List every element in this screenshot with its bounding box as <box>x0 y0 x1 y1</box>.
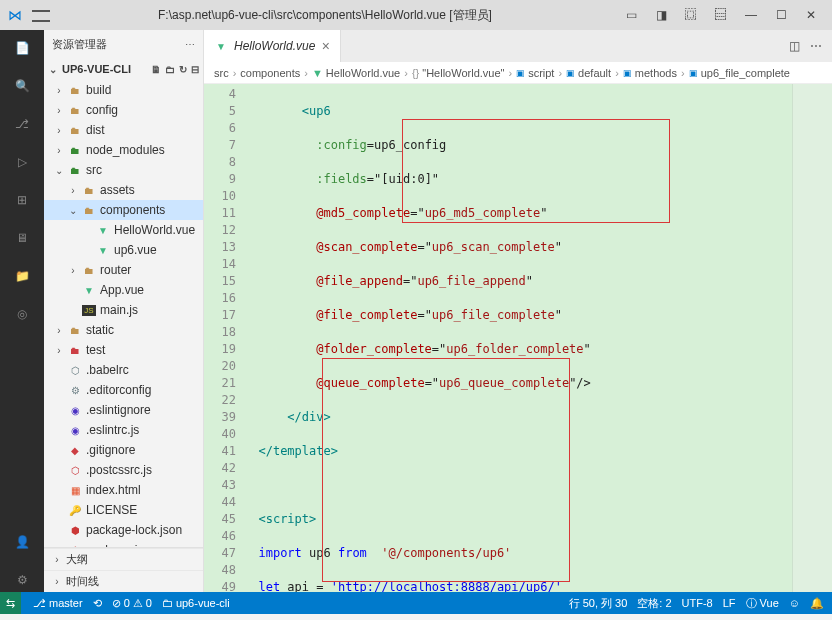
account-icon[interactable]: 👤 <box>10 530 34 554</box>
tree-item[interactable]: ›🖿node_modules <box>44 140 203 160</box>
breadcrumb[interactable]: src› components› ▼HelloWorld.vue› {}"Hel… <box>204 62 832 84</box>
sidebar-title: 资源管理器 <box>52 37 107 52</box>
feedback-icon[interactable]: ☺ <box>789 597 800 609</box>
remote-indicator[interactable]: ⇆ <box>0 592 21 614</box>
split-icon[interactable]: ◫ <box>789 39 800 53</box>
tree-item[interactable]: ⌄🖿src <box>44 160 203 180</box>
extensions-icon[interactable]: ⊞ <box>10 188 34 212</box>
tree-item[interactable]: ▦index.html <box>44 480 203 500</box>
layout-icon-2[interactable]: ◨ <box>648 4 674 26</box>
debug-icon[interactable]: ▷ <box>10 150 34 174</box>
code-editor[interactable]: 4567891011121314151617181920212239404142… <box>204 84 832 592</box>
more-icon[interactable]: ⋯ <box>810 39 822 53</box>
tree-item[interactable]: ⬢package.json <box>44 540 203 547</box>
sync-icon[interactable]: ⟲ <box>93 597 102 610</box>
tree-item[interactable]: JSmain.js <box>44 300 203 320</box>
titlebar: ⋈ F:\asp.net\up6-vue-cli\src\components\… <box>0 0 832 30</box>
editor-area: ▼ HelloWorld.vue × ◫ ⋯ src› components› … <box>204 30 832 592</box>
tree-item[interactable]: 🔑LICENSE <box>44 500 203 520</box>
tree-item[interactable]: ▼HelloWorld.vue <box>44 220 203 240</box>
collapse-icon[interactable]: ⊟ <box>191 64 199 75</box>
tab-helloworld[interactable]: ▼ HelloWorld.vue × <box>204 30 341 62</box>
maximize-icon[interactable]: ☐ <box>768 4 794 26</box>
tree-item[interactable]: ›🖿assets <box>44 180 203 200</box>
tree-item[interactable]: ◉.eslintignore <box>44 400 203 420</box>
vue-icon: ▼ <box>214 41 228 52</box>
minimap[interactable] <box>792 84 832 592</box>
close-icon[interactable]: ✕ <box>798 4 824 26</box>
layout-icon-1[interactable]: ▭ <box>618 4 644 26</box>
sidebar-more-icon[interactable]: ⋯ <box>185 39 195 50</box>
new-file-icon[interactable]: 🗎 <box>151 64 161 75</box>
code-content[interactable]: <up6 :config=up6_config :fields="[uid:0]… <box>244 84 792 592</box>
tree-item[interactable]: ⬡.postcssrc.js <box>44 460 203 480</box>
problems[interactable]: ⊘ 0 ⚠ 0 <box>112 597 152 610</box>
tree-item[interactable]: ›🖿test <box>44 340 203 360</box>
explorer-icon[interactable]: 📄 <box>10 36 34 60</box>
new-folder-icon[interactable]: 🗀 <box>165 64 175 75</box>
layout-icon-4[interactable]: ⿳ <box>708 4 734 26</box>
project-header[interactable]: ⌄ UP6-VUE-CLI 🗎 🗀 ↻ ⊟ <box>44 58 203 80</box>
encoding[interactable]: UTF-8 <box>682 597 713 609</box>
tree-item[interactable]: ⬢package-lock.json <box>44 520 203 540</box>
tree-item[interactable]: ◉.eslintrc.js <box>44 420 203 440</box>
cursor-position[interactable]: 行 50, 列 30 <box>569 596 628 611</box>
activity-bar: 📄 🔍 ⎇ ▷ ⊞ 🖥 📁 ◎ 👤 ⚙ <box>0 30 44 592</box>
tree-item[interactable]: ›🖿build <box>44 80 203 100</box>
folder-name[interactable]: 🗀 up6-vue-cli <box>162 597 230 609</box>
tab-label: HelloWorld.vue <box>234 39 315 53</box>
search-icon[interactable]: 🔍 <box>10 74 34 98</box>
tree-item[interactable]: ▼App.vue <box>44 280 203 300</box>
tree-item[interactable]: ▼up6.vue <box>44 240 203 260</box>
refresh-icon[interactable]: ↻ <box>179 64 187 75</box>
indentation[interactable]: 空格: 2 <box>637 596 671 611</box>
vscode-logo-icon: ⋈ <box>8 7 22 23</box>
layout-icon-3[interactable]: ⿴ <box>678 4 704 26</box>
tree-item[interactable]: ›🖿router <box>44 260 203 280</box>
sidebar: 资源管理器 ⋯ ⌄ UP6-VUE-CLI 🗎 🗀 ↻ ⊟ ›🖿build ›🖿… <box>44 30 204 592</box>
tree-item[interactable]: ◆.gitignore <box>44 440 203 460</box>
tree-item[interactable]: ›🖿config <box>44 100 203 120</box>
notifications-icon[interactable]: 🔔 <box>810 597 824 610</box>
remote-icon[interactable]: 🖥 <box>10 226 34 250</box>
tabs: ▼ HelloWorld.vue × ◫ ⋯ <box>204 30 832 62</box>
tree-item[interactable]: ›🖿static <box>44 320 203 340</box>
language-mode[interactable]: ⓘ Vue <box>746 596 779 611</box>
tab-close-icon[interactable]: × <box>321 38 329 54</box>
eol[interactable]: LF <box>723 597 736 609</box>
folder-icon[interactable]: 📁 <box>10 264 34 288</box>
project-name: UP6-VUE-CLI <box>62 63 131 75</box>
line-numbers: 4567891011121314151617181920212239404142… <box>204 84 244 592</box>
tree-item[interactable]: ⬡.babelrc <box>44 360 203 380</box>
window-title: F:\asp.net\up6-vue-cli\src\components\He… <box>32 7 618 24</box>
minimize-icon[interactable]: — <box>738 4 764 26</box>
tree-item[interactable]: ›🖿dist <box>44 120 203 140</box>
git-branch[interactable]: ⎇ master <box>33 597 83 610</box>
timeline-section[interactable]: ›时间线 <box>44 570 203 592</box>
settings-icon[interactable]: ⚙ <box>10 568 34 592</box>
db-icon[interactable]: ◎ <box>10 302 34 326</box>
outline-section[interactable]: ›大纲 <box>44 548 203 570</box>
statusbar: ⇆ ⎇ master ⟲ ⊘ 0 ⚠ 0 🗀 up6-vue-cli 行 50,… <box>0 592 832 614</box>
file-tree: ›🖿build ›🖿config ›🖿dist ›🖿node_modules ⌄… <box>44 80 203 547</box>
tree-item[interactable]: ⌄🖿components <box>44 200 203 220</box>
tree-item[interactable]: ⚙.editorconfig <box>44 380 203 400</box>
source-control-icon[interactable]: ⎇ <box>10 112 34 136</box>
